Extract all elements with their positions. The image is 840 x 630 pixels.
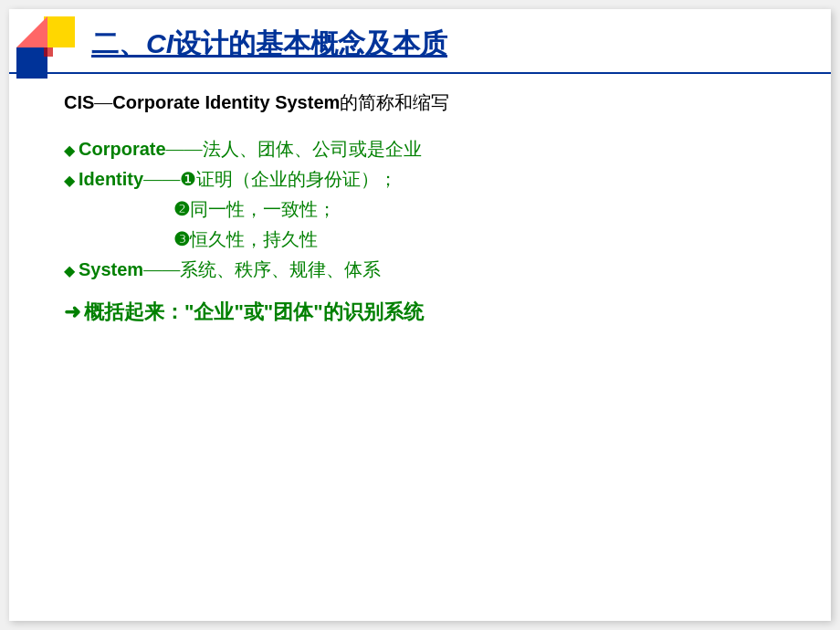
slide-content: CIS—Corporate Identity System的简称和缩写 ◆ Co… [9,90,831,335]
slide: 二、CI设计的基本概念及本质 CIS—Corporate Identity Sy… [9,9,831,621]
slide-title: 二、CI设计的基本概念及本质 [91,26,776,63]
identity-bullet: ◆ Identity —— ❶证明（企业的身份证）； [64,167,776,192]
identity-num3: ❸ [173,229,190,249]
identity-num2: ❷ [173,199,190,219]
identity-sub-2: ❷同一性，一致性； [64,197,776,222]
cis-full-name: Corporate Identity System [112,92,340,112]
slide-header: 二、CI设计的基本概念及本质 [9,9,831,74]
identity-num1: ❶证明（企业的身份证）； [180,167,397,192]
diamond-icon-1: ◆ [64,142,75,159]
diamond-icon-3: ◆ [64,262,75,279]
cis-suffix: 的简称和缩写 [340,92,449,112]
identity-word: Identity [79,169,143,190]
summary-line: ➜ 概括起来："企业"或"团体"的识别系统 [64,299,776,326]
identity-sub-3: ❸恒久性，持久性 [64,227,776,252]
identity-dash: —— [143,169,180,190]
title-prefix: 二、 [91,28,146,58]
title-ci: CI [146,28,173,58]
cis-dash: — [94,92,112,112]
summary-text: 概括起来："企业"或"团体"的识别系统 [84,299,424,326]
arrow-icon: ➜ [64,300,80,324]
diamond-icon-2: ◆ [64,172,75,189]
corporate-word: Corporate [79,139,166,160]
title-suffix: 设计的基本概念及本质 [173,28,447,58]
system-meaning: 系统、秩序、规律、体系 [180,257,381,282]
corporate-meaning: 法人、团体、公司或是企业 [203,137,422,162]
corporate-dash: —— [166,139,203,160]
system-dash: —— [143,259,180,280]
corporate-bullet: ◆ Corporate —— 法人、团体、公司或是企业 [64,137,776,162]
cis-definition-line: CIS—Corporate Identity System的简称和缩写 [64,90,776,115]
cis-abbrev: CIS [64,92,94,112]
system-bullet: ◆ System —— 系统、秩序、规律、体系 [64,257,776,282]
system-word: System [79,259,143,280]
